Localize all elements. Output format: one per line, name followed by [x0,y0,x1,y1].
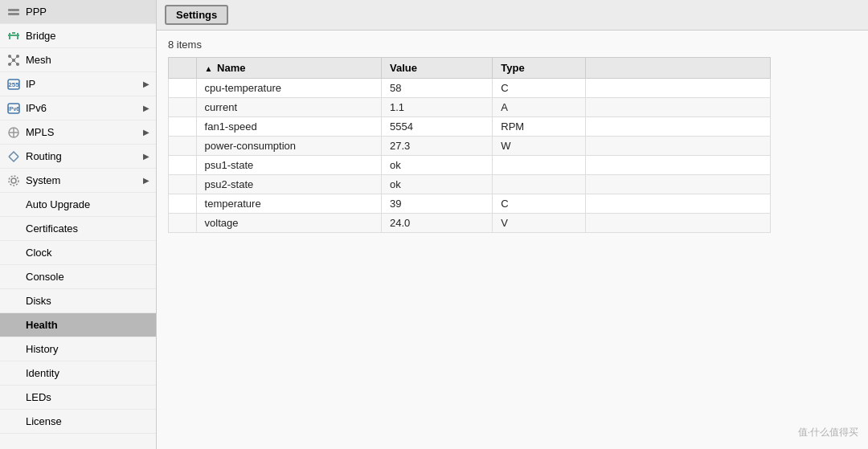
sidebar-item-label-mpls: MPLS [26,126,54,138]
sort-arrow-icon: ▲ [205,64,213,73]
sidebar-item-label-identity: Identity [26,367,59,379]
chevron-right-icon: ▶ [143,152,149,161]
row-name-cell: temperature [196,194,381,214]
system-icon [6,173,21,188]
row-name-cell: voltage [196,214,381,233]
sidebar-item-left-identity: Identity [6,366,59,381]
sidebar-item-mpls[interactable]: MPLS▶ [0,120,156,145]
table-row[interactable]: cpu-temperature58C [169,79,771,98]
generic-icon [6,366,21,381]
row-type-cell: A [493,98,585,117]
row-name-cell: psu1-state [196,156,381,175]
svg-rect-5 [12,32,15,34]
row-value-cell: 5554 [382,117,493,137]
table-row[interactable]: psu1-stateok [169,156,771,175]
settings-button[interactable]: Settings [165,5,228,25]
table-row[interactable]: psu2-stateok [169,175,771,194]
sidebar-item-disks[interactable]: Disks [0,289,156,313]
row-value-cell: 39 [382,194,493,214]
sidebar-item-left-auto-upgrade: Auto Upgrade [6,198,90,212]
sidebar-item-bridge[interactable]: Bridge [0,24,156,48]
sidebar-item-console[interactable]: Console [0,265,156,289]
main-content: Settings 8 items ▲ Name Value Type cpu-t… [157,0,868,449]
sidebar-item-left-ip: 255IP [6,77,35,92]
row-extra-cell [585,79,771,98]
generic-icon [6,318,21,333]
generic-icon [6,414,21,429]
row-name-cell: psu2-state [196,175,381,194]
row-extra-cell [585,194,771,214]
row-extra-cell [585,117,771,137]
sidebar-item-label-certificates: Certificates [26,222,78,235]
sidebar-item-system[interactable]: System▶ [0,169,156,193]
row-type-cell: C [493,194,585,214]
generic-icon [6,342,21,357]
sidebar-item-routing[interactable]: Routing▶ [0,145,156,169]
row-extra-cell [585,137,771,156]
sidebar-item-left-bridge: Bridge [6,29,56,43]
row-value-cell: 1.1 [382,98,493,117]
sidebar-item-leds[interactable]: LEDs [0,386,156,410]
sidebar-item-certificates[interactable]: Certificates [0,217,156,241]
generic-icon [6,270,21,284]
sidebar-item-history[interactable]: History [0,337,156,361]
items-count: 8 items [168,39,857,51]
sidebar-item-license[interactable]: License [0,410,156,434]
col-header-name[interactable]: ▲ Name [196,58,381,79]
sidebar-item-label-leds: LEDs [26,391,51,403]
sidebar-item-label-routing: Routing [26,150,62,162]
sidebar-item-label-license: License [26,415,62,427]
bridge-icon [6,29,21,43]
svg-rect-0 [8,9,19,11]
sidebar-item-clock[interactable]: Clock [0,241,156,265]
chevron-right-icon: ▶ [143,104,149,112]
sidebar-item-label-ipv6: IPv6 [26,102,47,114]
row-value-cell: 27.3 [382,137,493,156]
sidebar-item-identity[interactable]: Identity [0,361,156,386]
table-row[interactable]: temperature39C [169,194,771,214]
sidebar-item-left-ppp: PPP [6,5,47,19]
sidebar-item-left-disks: Disks [6,294,51,308]
sidebar-item-health[interactable]: Health [0,313,156,337]
table-row[interactable]: voltage24.0V [169,214,771,233]
ipv6-icon: IPv6 [6,101,21,116]
row-value-cell: 58 [382,79,493,98]
row-value-cell: ok [382,175,493,194]
generic-icon [6,198,21,212]
table-row[interactable]: fan1-speed5554RPM [169,117,771,137]
chevron-right-icon: ▶ [143,176,149,185]
sidebar-item-left-license: License [6,414,62,429]
row-checkbox-cell [169,137,197,156]
sidebar-item-label-health: Health [26,319,58,331]
routing-icon [6,149,21,164]
health-table: ▲ Name Value Type cpu-temperature58Ccurr… [168,57,771,233]
row-name-cell: current [196,98,381,117]
row-checkbox-cell [169,175,197,194]
sidebar-item-label-bridge: Bridge [26,30,56,42]
col-name-label: Name [217,62,245,74]
table-body: cpu-temperature58Ccurrent1.1Afan1-speed5… [169,79,771,233]
table-row[interactable]: power-consumption27.3W [169,137,771,156]
toolbar: Settings [157,0,868,31]
col-header-type[interactable]: Type [493,58,585,79]
sidebar-item-label-system: System [26,174,60,186]
sidebar-item-ip[interactable]: 255IP▶ [0,72,156,96]
row-extra-cell [585,156,771,175]
sidebar-item-ppp[interactable]: PPP [0,0,156,24]
svg-line-12 [14,56,18,60]
sidebar-item-left-certificates: Certificates [6,222,78,236]
row-checkbox-cell [169,117,197,137]
sidebar-item-auto-upgrade[interactable]: Auto Upgrade [0,193,156,217]
sidebar-item-mesh[interactable]: Mesh [0,48,156,72]
col-header-value[interactable]: Value [382,58,493,79]
col-header-checkbox [169,58,197,79]
svg-line-11 [10,56,14,60]
row-type-cell: RPM [493,117,585,137]
row-name-cell: fan1-speed [196,117,381,137]
table-row[interactable]: current1.1A [169,98,771,117]
svg-rect-1 [8,13,19,15]
svg-text:255: 255 [8,81,19,88]
generic-icon [6,222,21,236]
sidebar-item-ipv6[interactable]: IPv6IPv6▶ [0,96,156,120]
sidebar: PPPBridgeMesh255IP▶IPv6IPv6▶MPLS▶Routing… [0,0,157,449]
